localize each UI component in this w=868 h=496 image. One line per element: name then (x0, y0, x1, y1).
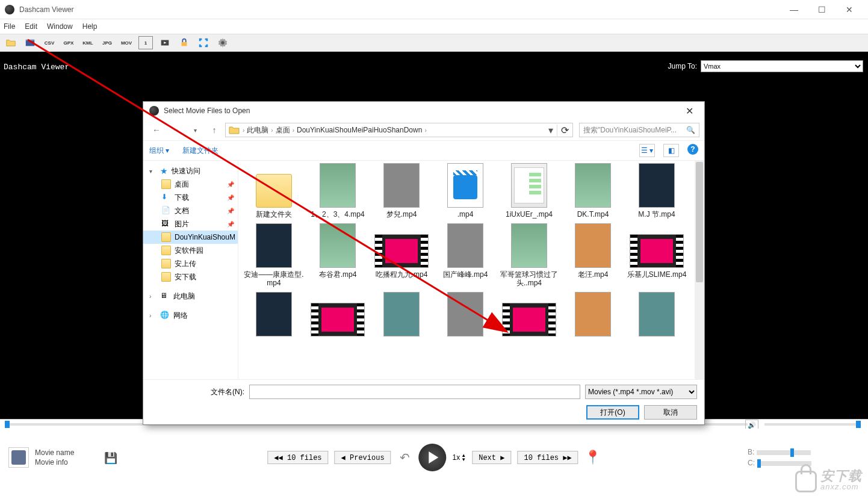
file-item[interactable]: M.J 节.mp4 (625, 163, 689, 219)
clip-icon[interactable] (158, 36, 172, 49)
jump-to-select[interactable]: Vmax (701, 60, 863, 72)
pin-icon: 📌 (227, 221, 234, 228)
organize-button[interactable]: 组织 ▾ (149, 146, 169, 156)
filename-input[interactable] (249, 385, 580, 399)
speed-stepper[interactable]: ▲▼ (461, 453, 466, 462)
refresh-icon[interactable]: ⟳ (557, 125, 572, 136)
kml-export-icon[interactable]: KML (81, 36, 95, 49)
forward-10-button[interactable]: 10 files ▶▶ (517, 451, 578, 464)
nav-forward-icon[interactable]: → (167, 123, 184, 137)
view-mode-icon[interactable]: ☰ ▾ (639, 144, 655, 157)
play-button[interactable] (419, 444, 447, 471)
scrub-handle[interactable] (5, 421, 10, 428)
new-folder-button[interactable]: 新建文件夹 (182, 146, 219, 156)
menu-window[interactable]: Window (47, 22, 73, 31)
file-item[interactable]: 1、2、3、4.mp4 (306, 163, 370, 219)
controls-bar: Movie name Movie info 💾 ◀◀ 10 files ◀ Pr… (0, 429, 868, 486)
file-item[interactable] (497, 292, 561, 339)
nav-back-icon[interactable]: ← (148, 123, 165, 137)
next-button[interactable]: Next ▶ (472, 451, 511, 464)
breadcrumb-1[interactable]: 桌面 (273, 125, 293, 135)
help-icon[interactable]: ? (687, 144, 698, 155)
menu-file[interactable]: File (4, 22, 15, 31)
breadcrumb-0[interactable]: 此电脑 (244, 125, 271, 135)
save-icon[interactable]: 💾 (104, 451, 116, 463)
preview-pane-icon[interactable]: ◧ (663, 144, 679, 157)
cancel-button[interactable]: 取消 (644, 405, 697, 420)
contrast-slider[interactable] (757, 461, 811, 466)
gpx-export-icon[interactable]: GPX (61, 36, 76, 49)
tree-folder-1[interactable]: 安软件园 (143, 244, 238, 257)
tree-network[interactable]: ›🌐网络 (143, 309, 238, 322)
file-item[interactable]: 1iUxUEr_.mp4 (497, 163, 561, 219)
tree-folder-2[interactable]: 安上传 (143, 257, 238, 270)
file-item[interactable]: 老汪.mp4 (561, 223, 625, 287)
file-item[interactable]: 安迪——康康造型.mp4 (242, 223, 306, 287)
brightness-contrast: B: C: (748, 447, 811, 468)
previous-button[interactable]: ◀ Previous (335, 451, 391, 464)
movie-text: Movie name Movie info (35, 448, 74, 467)
search-input[interactable]: 搜索"DouYinKuaiShouMeiP... 🔍 (579, 123, 699, 137)
file-item[interactable]: DK.T.mp4 (561, 163, 625, 219)
file-item[interactable] (625, 292, 689, 339)
menu-edit[interactable]: Edit (25, 22, 37, 31)
toolbar: CSV GPX KML JPG MOV 1 (0, 34, 868, 52)
address-bar[interactable]: › 此电脑 › 桌面 › DouYinKuaiShouMeiPaiHuoShan… (225, 123, 573, 137)
mov-export-icon[interactable]: MOV (119, 36, 134, 49)
scrollbar[interactable] (695, 161, 704, 379)
file-item[interactable] (433, 292, 497, 339)
volume-track[interactable] (764, 423, 861, 426)
open-folder-icon[interactable] (4, 36, 18, 49)
back-10-button[interactable]: ◀◀ 10 files (267, 451, 328, 464)
file-name: 1、2、3、4.mp4 (311, 210, 364, 219)
maximize-button[interactable]: ☐ (808, 0, 835, 19)
file-item[interactable] (242, 292, 306, 339)
fullscreen-icon[interactable] (196, 36, 211, 49)
video-icon[interactable] (23, 36, 37, 49)
undo-icon[interactable]: ↶ (397, 450, 413, 465)
csv-export-icon[interactable]: CSV (42, 36, 57, 49)
file-item[interactable] (561, 292, 625, 339)
open-button[interactable]: 打开(O) (586, 405, 639, 420)
tree-quick-access[interactable]: ▾★快速访问 (143, 164, 238, 178)
menu-help[interactable]: Help (82, 22, 98, 31)
address-dropdown-icon[interactable]: ▾ (545, 125, 557, 136)
pin-icon: 📌 (227, 181, 234, 188)
file-thumb (374, 234, 429, 268)
brightness-slider[interactable] (757, 450, 811, 455)
tree-desktop[interactable]: 桌面📌 (143, 178, 238, 191)
dialog-close-icon[interactable]: ✕ (680, 105, 698, 117)
tree-downloads[interactable]: ⬇下载📌 (143, 191, 238, 204)
tree-folder-3[interactable]: 安下载 (143, 270, 238, 284)
minimize-button[interactable]: — (780, 0, 808, 19)
file-item[interactable]: 乐基儿SLIME.mp4 (625, 223, 689, 287)
transport: ◀◀ 10 files ◀ Previous ↶ 1x ▲▼ Next ▶ 10… (267, 444, 600, 471)
location-pin-icon[interactable]: 📍 (584, 450, 601, 465)
lock-icon[interactable] (177, 36, 191, 49)
file-thumb (447, 292, 483, 336)
file-item[interactable]: 布谷君.mp4 (306, 223, 370, 287)
file-item[interactable]: 军哥篮球习惯过了头..mp4 (497, 223, 561, 287)
breadcrumb-2[interactable]: DouYinKuaiShouMeiPaiHuoShanDown (294, 126, 424, 134)
tree-current-folder[interactable]: DouYinKuaiShouM (143, 231, 238, 244)
jpg-export-icon[interactable]: JPG (100, 36, 114, 49)
tree-documents[interactable]: 📄文档📌 (143, 204, 238, 217)
file-item[interactable]: 国产峰峰.mp4 (433, 223, 497, 287)
file-item[interactable]: 新建文件夹 (242, 163, 306, 219)
single-view-icon[interactable]: 1 (138, 36, 153, 49)
file-item[interactable]: 吃播程九九.mp4 (370, 223, 433, 287)
close-button[interactable]: ✕ (835, 0, 863, 19)
tree-pictures[interactable]: 🖼图片📌 (143, 217, 238, 231)
filetype-select[interactable]: Movies (*.mp4 *.mov *.avi) (585, 385, 697, 399)
nav-recent-icon[interactable]: ▾ (187, 123, 203, 137)
nav-up-icon[interactable]: ↑ (206, 123, 223, 137)
tree-this-pc[interactable]: ›🖥此电脑 (143, 290, 238, 303)
file-item[interactable] (370, 292, 433, 339)
file-item[interactable]: .mp4 (433, 163, 497, 219)
gear-icon[interactable] (215, 36, 230, 49)
file-name: 新建文件夹 (256, 210, 292, 219)
movie-info-block: Movie name Movie info 💾 (8, 447, 116, 468)
file-item[interactable] (306, 292, 370, 339)
volume-handle[interactable] (856, 421, 861, 428)
file-item[interactable]: 梦兒.mp4 (370, 163, 433, 219)
